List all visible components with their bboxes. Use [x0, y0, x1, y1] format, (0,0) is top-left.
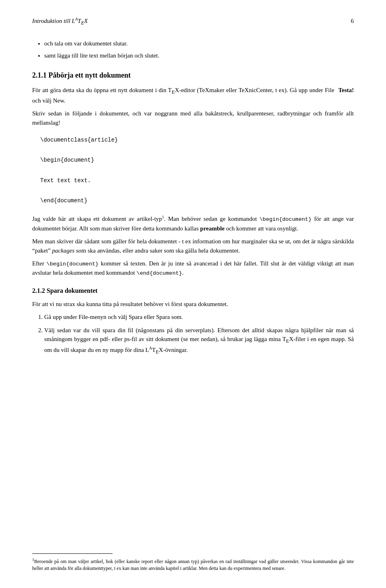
- paragraph-4: Men man skriver där sådant som gäller fö…: [32, 237, 354, 255]
- bullet-list: och tala om var dokumentet slutar. samt …: [44, 39, 354, 60]
- inline-code-begin-doc2: \begin{document}: [47, 261, 99, 267]
- code-block: \documentclass{article} \begin{document}…: [40, 135, 354, 206]
- italic-packages: packages: [52, 247, 75, 254]
- paragraph-5: Efter \begin{document} kommer så texten.…: [32, 259, 354, 278]
- section-heading-211: 2.1.1 Påbörja ett nytt dokument: [32, 70, 354, 81]
- header-title: Introduktion till LATEX: [32, 16, 88, 27]
- footnote-divider: [32, 553, 113, 554]
- paragraph-6: För att vi nu strax ska kunna titta på r…: [32, 300, 354, 309]
- testa-label: Testa!: [338, 86, 354, 95]
- page-number: 6: [351, 16, 354, 26]
- inline-code-begin-doc: \begin{document}: [259, 216, 312, 222]
- paragraph-3: Jag valde här att skapa ett dokument av …: [32, 214, 354, 233]
- ordered-list-item-2: Välj sedan var du vill spara din fil (nå…: [44, 326, 354, 356]
- page: Introduktion till LATEX 6 och tala om va…: [0, 0, 386, 588]
- header-title-text: Introduktion till LATEX: [32, 18, 88, 24]
- footnote-text: 1Beroende på om man väljer artikel, bok …: [32, 557, 354, 572]
- inline-code-end-doc: \end{document}: [137, 270, 182, 276]
- list-item: och tala om var dokumentet slutar.: [44, 39, 354, 48]
- subsection-heading-212: 2.1.2 Spara dokumentet: [32, 286, 354, 296]
- page-header: Introduktion till LATEX 6: [32, 16, 354, 27]
- bold-preamble: preamble: [200, 225, 225, 232]
- ordered-list: Gå upp under File-menyn och välj Spara e…: [44, 313, 354, 356]
- paragraph-2: Skriv sedan in följande i dokumentet, oc…: [32, 109, 354, 127]
- footnote-area: 1Beroende på om man väljer artikel, bok …: [32, 545, 354, 572]
- list-item: samt lägga till lite text mellan början …: [44, 51, 354, 60]
- paragraph-1: Testa! För att göra detta ska du öppna e…: [32, 86, 354, 105]
- ordered-list-item-1: Gå upp under File-menyn och välj Spara e…: [44, 313, 354, 322]
